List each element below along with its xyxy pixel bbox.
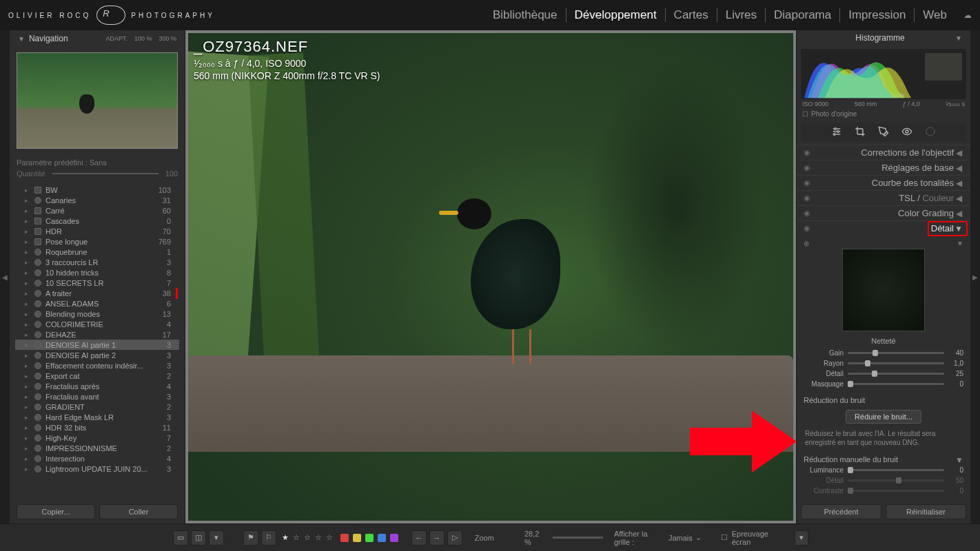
crop-tool-icon[interactable] — [855, 126, 866, 139]
collection-row[interactable]: ▸Canaries31 — [15, 195, 179, 205]
panel-basic[interactable]: ◉ Réglages de base ◀ — [797, 160, 970, 175]
collection-row[interactable]: ▸3 raccourcis LR3 — [15, 257, 179, 267]
mask-tool-icon[interactable] — [925, 126, 936, 139]
module-library[interactable]: Bibliothèque — [484, 8, 566, 22]
collection-row[interactable]: ▸Fractalius avant3 — [15, 391, 179, 402]
collection-row[interactable]: ▸Hard Edge Mask LR3 — [15, 412, 179, 422]
collection-row[interactable]: ▸Lightroom UPDATE JUIN 20...3 — [15, 464, 179, 474]
module-web[interactable]: Web — [915, 8, 955, 22]
target-adjust-icon[interactable]: ⊕ — [804, 240, 809, 247]
collection-row[interactable]: ▸COLORIMETRIE4 — [15, 319, 179, 329]
collection-row[interactable]: ▸HDR 32 bits11 — [15, 422, 179, 433]
collection-row[interactable]: ▸GRADIENT2 — [15, 402, 179, 412]
collection-row[interactable]: ▸Carré60 — [15, 205, 179, 216]
histogram[interactable] — [801, 49, 966, 99]
collection-row[interactable]: ▸ANSEL ADAMS6 — [15, 298, 179, 309]
collection-row[interactable]: ▸10 hidden tricks8 — [15, 267, 179, 278]
color-label-swatches[interactable] — [340, 534, 399, 542]
sharpen-masking-slider[interactable]: Masquage 0 — [804, 379, 963, 389]
before-after-y-icon[interactable]: ◫ — [191, 530, 206, 545]
cloud-sync-icon[interactable]: ☁ — [963, 10, 972, 20]
copy-button[interactable]: Copier... — [17, 504, 95, 519]
zoom-300[interactable]: 300 % — [159, 35, 176, 42]
chevron-down-icon[interactable]: ▼ — [957, 240, 963, 247]
collection-row[interactable]: ▸Roquebrune1 — [15, 247, 179, 257]
eye-icon[interactable]: ◉ — [804, 224, 810, 233]
collection-row[interactable]: ▸A traiter38 — [15, 288, 179, 298]
reset-button[interactable]: Réinitialiser — [886, 504, 966, 519]
module-print[interactable]: Impression — [840, 8, 915, 22]
smart-collection-icon — [34, 300, 41, 307]
zoom-slider[interactable] — [553, 537, 603, 539]
right-edge-toggle[interactable]: ▶ — [970, 30, 980, 523]
develop-tool-strip — [801, 123, 966, 142]
redeye-tool-icon[interactable] — [901, 126, 912, 139]
collection-row[interactable]: ▸DENOISE AI partie 23 — [15, 350, 179, 360]
panel-color-grading[interactable]: ◉ Color Grading ◀ — [797, 205, 970, 220]
detail-preview[interactable] — [842, 249, 925, 331]
image-area[interactable]: _OZ97364.NEF ¹⁄₂₀₀₀ s à ƒ / 4,0, ISO 900… — [188, 33, 793, 521]
collection-row[interactable]: ▸Export cat2 — [15, 371, 179, 381]
panel-tone-curve[interactable]: ◉ Courbe des tonalités ◀ — [797, 175, 970, 190]
loupe-view-icon[interactable]: ▭ — [173, 530, 188, 545]
navigator-header[interactable]: ▼ Navigation ADAPT. 100 % 300 % — [10, 30, 185, 47]
collection-row[interactable]: ▸10 SECRETS LR7 — [15, 278, 179, 288]
histogram-pip — [925, 53, 962, 81]
nav-prev-icon[interactable]: ← — [411, 530, 427, 545]
sharpen-gain-slider[interactable]: Gain 40 — [804, 348, 963, 358]
eye-icon[interactable]: ◉ — [804, 148, 810, 157]
sharpen-radius-slider[interactable]: Rayon 1,0 — [804, 358, 963, 368]
eye-icon[interactable]: ◉ — [804, 163, 810, 172]
grid-value-dropdown[interactable]: Jamais — [668, 534, 693, 542]
panel-detail[interactable]: ◉ Détail ▼ — [797, 220, 970, 236]
chevron-down-icon[interactable]: ▼ — [955, 455, 963, 465]
collection-row[interactable]: ▸IMPRESSIONNISME2 — [15, 443, 179, 453]
flag-reject-icon[interactable]: ⚐ — [261, 530, 276, 545]
noise-reduction-title: Réduction du bruit — [804, 396, 963, 404]
slideshow-play-icon[interactable]: ▷ — [447, 530, 462, 545]
module-develop[interactable]: Développement — [566, 8, 666, 22]
module-map[interactable]: Cartes — [666, 8, 717, 22]
collection-row[interactable]: ▸High-Key7 — [15, 433, 179, 443]
eye-icon[interactable]: ◉ — [804, 178, 810, 187]
nr-luminance-slider[interactable]: Luminance 0 — [804, 465, 963, 475]
navigator-preview[interactable] — [10, 47, 185, 154]
toolbar-config-icon[interactable]: ▾ — [795, 530, 808, 545]
eye-icon[interactable]: ◉ — [804, 194, 810, 202]
original-photo-toggle[interactable]: ☐ Photo d'origine — [797, 107, 970, 121]
module-book[interactable]: Livres — [717, 8, 766, 22]
collection-row[interactable]: ▸Effacement contenu indésir...3 — [15, 360, 179, 371]
collection-row[interactable]: ▸Pose longue769 — [15, 236, 179, 247]
collection-list[interactable]: ▸BW103▸Canaries31▸Carré60▸Cascades0▸HDR7… — [10, 185, 185, 500]
checkbox-icon[interactable]: ☐ — [721, 533, 728, 542]
collection-row[interactable]: ▸Cascades0 — [15, 216, 179, 226]
edit-sliders-icon[interactable] — [831, 126, 842, 139]
panel-tsl-color[interactable]: ◉ TSL / Couleur ◀ — [797, 190, 970, 205]
collection-count: 769 — [159, 238, 179, 246]
collection-row[interactable]: ▸HDR70 — [15, 226, 179, 236]
before-after-dropdown-icon[interactable]: ▾ — [209, 530, 224, 545]
nav-next-icon[interactable]: → — [429, 530, 445, 545]
sharpen-detail-slider[interactable]: Détail 25 — [804, 368, 963, 379]
eye-icon[interactable]: ◉ — [804, 209, 810, 218]
histogram-header[interactable]: Histogramme ▼ — [797, 30, 970, 46]
flag-pick-icon[interactable]: ⚑ — [243, 530, 258, 545]
paste-button[interactable]: Coller — [99, 504, 178, 519]
collection-row[interactable]: ▸Blending modes13 — [15, 309, 179, 319]
module-slideshow[interactable]: Diaporama — [766, 8, 840, 22]
denoise-ai-button[interactable]: Réduire le bruit... — [846, 410, 921, 424]
previous-button[interactable]: Précédent — [801, 504, 881, 519]
collection-row[interactable]: ▸DENOISE AI partie 13 — [15, 340, 179, 350]
collection-row[interactable]: ▸Intersection4 — [15, 453, 179, 464]
heal-tool-icon[interactable] — [878, 126, 889, 139]
zoom-fit[interactable]: ADAPT. — [105, 35, 127, 42]
preset-amount-slider[interactable]: Quantité 100 — [17, 167, 178, 180]
left-edge-toggle[interactable]: ◀ — [0, 30, 10, 523]
zoom-100[interactable]: 100 % — [134, 35, 152, 42]
collection-row[interactable]: ▸DEHAZE17 — [15, 329, 179, 340]
collection-row[interactable]: ▸BW103 — [15, 185, 179, 195]
panel-lens-corrections[interactable]: ◉ Corrections de l'objectif ◀ — [797, 145, 970, 160]
collection-row[interactable]: ▸Fractalius après4 — [15, 381, 179, 391]
dropdown-icon[interactable]: ⌄ — [695, 533, 702, 542]
rating-stars[interactable]: ★☆☆☆☆ — [282, 533, 334, 542]
